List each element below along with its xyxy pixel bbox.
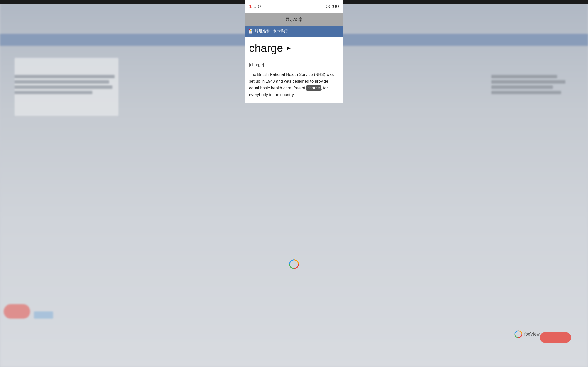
bg-line-3 <box>15 85 112 89</box>
bg-line-2 <box>15 80 109 83</box>
score-display: 1 0 0 <box>249 3 261 10</box>
fooview-logo-icon <box>515 330 522 338</box>
loading-spinner <box>289 259 299 269</box>
highlighted-word: charge <box>306 85 321 91</box>
word-display: charge <box>249 42 283 55</box>
bg-line-1 <box>15 75 115 78</box>
fooview-brand: fooView <box>515 330 540 338</box>
card-content: charge ▶ [charge] The British National H… <box>245 37 343 103</box>
show-answer-button[interactable]: 显示答案 <box>245 13 343 26</box>
bg-button-red <box>4 304 30 319</box>
bg-right-lines <box>491 75 573 96</box>
score-correct: 1 <box>249 3 252 10</box>
loading-spinner-area <box>289 259 299 270</box>
bottom-right-button[interactable] <box>540 332 571 343</box>
card-overlay: 1 0 0 00:00 显示答案 🃏 牌组名称 : 制卡助手 charge ▶ … <box>245 0 343 103</box>
play-audio-button[interactable]: ▶ <box>286 45 291 51</box>
word-heading: charge ▶ <box>249 42 339 55</box>
example-sentence: The British National Health Service (NHS… <box>249 71 339 98</box>
divider <box>249 59 339 59</box>
phonetic-display: [charge] <box>249 63 339 67</box>
bg-rline-3 <box>491 85 553 89</box>
score-skip: 0 <box>258 3 261 10</box>
deck-name: 牌组名称 : 制卡助手 <box>255 29 289 34</box>
bg-rline-1 <box>491 75 557 78</box>
bg-line-4 <box>15 91 92 94</box>
bg-rline-4 <box>491 91 561 94</box>
deck-header: 🃏 牌组名称 : 制卡助手 <box>245 26 343 37</box>
status-bar: 1 0 0 00:00 <box>245 0 343 13</box>
fooview-label: fooView <box>524 332 540 337</box>
bg-rline-2 <box>491 80 565 83</box>
timer-display: 00:00 <box>326 3 339 10</box>
deck-icon: 🃏 <box>248 29 253 33</box>
bg-text-lines <box>15 75 126 96</box>
score-wrong: 0 <box>253 3 256 10</box>
bg-button-blue <box>34 311 53 319</box>
